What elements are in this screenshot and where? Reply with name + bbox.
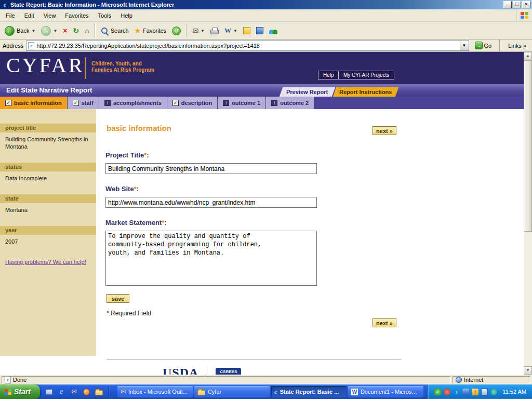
preview-report-tab[interactable]: Preview Report	[280, 87, 336, 97]
menu-edit[interactable]: Edit	[20, 10, 39, 21]
messenger-button[interactable]	[267, 23, 280, 38]
report-instructions-tab[interactable]: Report Instructions	[333, 87, 399, 97]
quicklaunch-media-player-icon[interactable]	[82, 388, 91, 396]
quicklaunch-ie-icon[interactable]: e	[57, 388, 66, 396]
antivirus-shield-icon[interactable]: ✓	[434, 389, 441, 395]
links-button[interactable]: Links »	[505, 43, 529, 49]
vertical-scrollbar[interactable]: ▲ ▼	[524, 52, 532, 375]
scrollbar-thumb[interactable]	[524, 60, 532, 232]
forward-button[interactable]: → ▼	[38, 23, 60, 38]
forward-dropdown-icon[interactable]: ▼	[53, 29, 57, 33]
csrees-logo: CSREES	[216, 368, 241, 375]
address-label: Address	[3, 43, 23, 49]
quicklaunch-outlook-icon[interactable]: ✉	[70, 388, 78, 396]
status-pane: e Done	[2, 376, 451, 383]
help-button[interactable]: Help	[318, 71, 339, 79]
go-icon: →	[475, 42, 483, 49]
tab-basic-information[interactable]: ✓ basic information	[0, 97, 68, 109]
mail-dropdown-icon[interactable]: ▼	[201, 29, 205, 33]
display-icon[interactable]	[481, 389, 488, 395]
quicklaunch-folder-icon[interactable]	[95, 388, 103, 396]
sidebar-section-state: state Montana	[0, 194, 96, 226]
network-icon[interactable]	[462, 389, 469, 395]
back-label: Back	[17, 28, 29, 34]
favorites-button[interactable]: ★ Favorites	[132, 23, 169, 38]
sidebar-section-project-title: project title Building Community Strengt…	[0, 124, 96, 163]
web-site-input[interactable]	[105, 197, 317, 208]
title-bar[interactable]: e State Report: Basic Information - Micr…	[0, 0, 532, 9]
refresh-button[interactable]: ↻	[71, 23, 82, 38]
discuss-button[interactable]	[241, 23, 253, 38]
complete-check-icon: ✓	[73, 100, 79, 106]
market-statement-textarea[interactable]: To improve the quality and quantity of c…	[105, 231, 317, 286]
history-button[interactable]: ↺	[169, 23, 183, 38]
tab-accomplishments[interactable]: ! accomplishments	[99, 97, 167, 109]
back-icon: ←	[5, 26, 15, 36]
usda-logo: USDA	[163, 366, 198, 375]
menu-view[interactable]: View	[39, 10, 61, 21]
taskbar-clock[interactable]: 11:52 AM	[502, 389, 526, 395]
taskbar-button-outlook[interactable]: ✉ Inbox - Microsoft Outl...	[117, 386, 193, 397]
tab-outcome-1[interactable]: ! outcome 1	[218, 97, 266, 109]
start-button[interactable]: Start	[0, 384, 40, 399]
go-button[interactable]: → Go	[472, 40, 495, 51]
sidebar-header: status	[0, 163, 96, 171]
stop-icon: ×	[63, 27, 67, 34]
menu-file[interactable]: File	[1, 10, 20, 21]
window-title: State Report: Basic Information - Micros…	[10, 2, 501, 8]
menu-favorites[interactable]: Favorites	[60, 10, 93, 21]
taskbar-button-state-report[interactable]: e State Report: Basic ...	[271, 386, 347, 397]
tray-alert-icon[interactable]	[444, 389, 450, 395]
tagline-line1: Children, Youth, and	[91, 61, 142, 66]
volume-icon[interactable]: ♪	[453, 389, 460, 395]
scroll-up-button[interactable]: ▲	[524, 52, 532, 60]
close-button[interactable]: ×	[522, 1, 530, 8]
scroll-down-button[interactable]: ▼	[524, 366, 532, 375]
edit-with-word-button[interactable]: W ▼	[222, 23, 240, 38]
minimize-button[interactable]: _	[503, 1, 512, 8]
address-field: e ▼	[26, 41, 469, 51]
back-button[interactable]: ← Back ▼	[2, 23, 38, 38]
taskbar-button-cyfar-folder[interactable]: Cyfar	[194, 386, 270, 397]
update-icon[interactable]: !	[472, 389, 478, 395]
back-dropdown-icon[interactable]: ▼	[31, 29, 35, 33]
search-button[interactable]: Search	[98, 23, 131, 38]
taskbar-button-word-document[interactable]: W Document1 - Microsoft...	[348, 386, 423, 397]
project-title-input[interactable]	[105, 163, 317, 174]
menu-help[interactable]: Help	[116, 10, 137, 21]
quicklaunch-show-desktop-icon[interactable]	[45, 388, 54, 396]
print-button[interactable]	[208, 23, 221, 38]
stop-button[interactable]: ×	[60, 23, 70, 38]
word-icon: W	[224, 26, 231, 35]
address-input[interactable]	[36, 42, 457, 50]
tab-outcome-2[interactable]: ! outcome 2	[266, 97, 314, 109]
footer-logo-divider	[207, 366, 207, 375]
incomplete-alert-icon: !	[223, 100, 229, 106]
address-dropdown-icon[interactable]: ▼	[460, 41, 469, 50]
save-button[interactable]: save	[107, 294, 129, 303]
mail-button[interactable]: ✉ ▼	[190, 23, 207, 38]
search-label: Search	[111, 28, 129, 34]
links-chevron-icon: »	[523, 43, 526, 49]
project-title-label: Project Title*:	[105, 151, 149, 159]
sidebar-header: year	[0, 226, 96, 235]
help-link[interactable]: Having problems? We can help!	[5, 259, 86, 265]
system-tray: ✓ ♪ ! 11:52 AM	[427, 384, 532, 399]
menu-tools[interactable]: Tools	[94, 10, 116, 21]
menu-bar: File Edit View Favorites Tools Help	[0, 9, 532, 22]
tab-description[interactable]: ✓ description	[167, 97, 218, 109]
status-bar: e Done Internet	[0, 375, 532, 384]
my-cyfar-projects-button[interactable]: My CYFAR Projects	[338, 71, 394, 79]
research-button[interactable]	[254, 23, 266, 38]
tab-staff[interactable]: ✓ staff	[68, 97, 99, 109]
next-button-top[interactable]: next »	[373, 126, 396, 135]
maximize-button[interactable]: □	[513, 1, 521, 8]
messenger-tray-icon[interactable]	[490, 389, 497, 395]
next-button-bottom[interactable]: next »	[373, 318, 396, 327]
edit-dropdown-icon[interactable]: ▼	[233, 29, 237, 33]
zone-label: Internet	[464, 377, 483, 383]
home-button[interactable]: ⌂	[82, 23, 91, 38]
complete-check-icon: ✓	[5, 100, 11, 106]
logo-divider	[85, 57, 86, 79]
toolbar-separator	[186, 24, 187, 37]
